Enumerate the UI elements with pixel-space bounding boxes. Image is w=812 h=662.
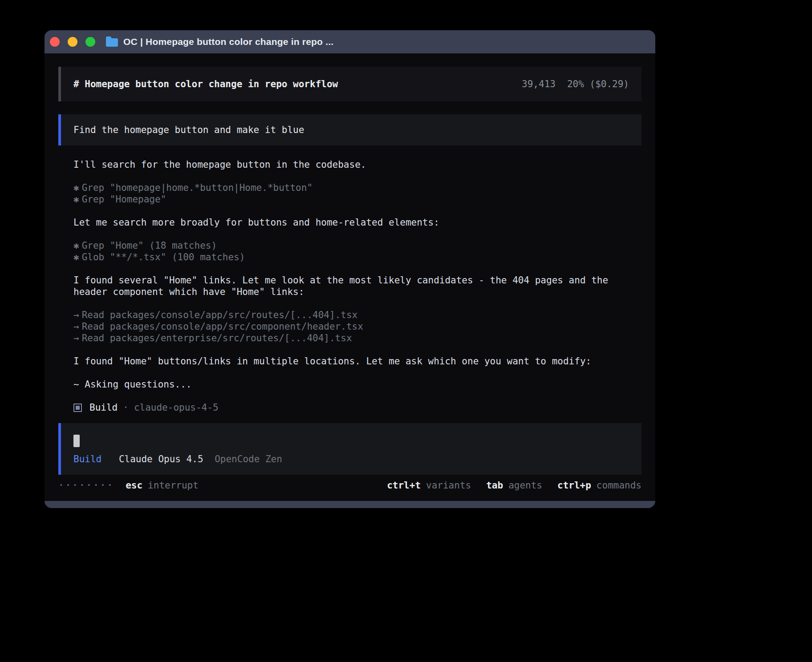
agent-model: claude-opus-4-5 — [134, 402, 219, 413]
model-name: Claude Opus 4.5 — [119, 454, 203, 464]
tool-call-text: Grep "Home" (18 matches) — [82, 240, 217, 251]
shortcut-hint-agents: tabagents — [486, 480, 542, 491]
session-header: # Homepage button color change in repo w… — [58, 67, 641, 101]
tool-call-line: ✱Grep "homepage|home.*button|Home.*butto… — [73, 182, 641, 194]
assistant-text-block: I found several "Home" links. Let me loo… — [58, 274, 641, 298]
status-bar-left: ········ esc interrupt — [58, 480, 199, 491]
tool-call-line: →Read packages/console/app/src/component… — [73, 321, 641, 332]
shortcut-key: ctrl+p — [557, 480, 591, 491]
read-arrow-icon: → — [73, 321, 79, 332]
shortcut-key: tab — [486, 480, 503, 491]
zoom-button[interactable] — [85, 37, 95, 47]
window-controls — [50, 37, 95, 47]
mode-badge[interactable]: Build — [73, 454, 102, 464]
tool-call-text: Read packages/console/app/src/component/… — [82, 321, 363, 332]
tool-asterisk-icon: ✱ — [73, 240, 79, 251]
esc-key-label: interrupt — [148, 480, 199, 491]
terminal-body: # Homepage button color change in repo w… — [45, 53, 655, 501]
shortcut-hints: ctrl+tvariantstabagentsctrl+pcommands — [387, 480, 641, 491]
shortcut-label: commands — [597, 480, 641, 491]
transcript: I'll search for the homepage button in t… — [58, 159, 641, 390]
terminal-window: OC | Homepage button color change in rep… — [45, 30, 655, 508]
tool-call-text: Grep "homepage|home.*button|Home.*button… — [82, 182, 313, 193]
tool-call-group: ✱Grep "Home" (18 matches)✱Glob "**/*.tsx… — [58, 240, 641, 263]
esc-key-hint: esc — [126, 480, 142, 491]
token-count: 39,413 — [522, 78, 556, 90]
status-bar: ········ esc interrupt ctrl+tvariantstab… — [45, 480, 655, 501]
shortcut-hint-commands: ctrl+pcommands — [557, 480, 641, 491]
tool-call-text: Glob "**/*.tsx" (100 matches) — [82, 252, 245, 262]
user-message-text: Find the homepage button and make it blu… — [73, 124, 304, 136]
assistant-text-block: ~ Asking questions... — [58, 379, 641, 390]
tool-call-text: Read packages/enterprise/src/routes/[...… — [82, 333, 352, 343]
tool-call-line: →Read packages/console/app/src/routes/[.… — [73, 309, 641, 321]
agent-status-line: Build · claude-opus-4-5 — [58, 402, 641, 413]
tool-call-line: ✱Glob "**/*.tsx" (100 matches) — [73, 251, 641, 263]
tool-call-group: →Read packages/console/app/src/routes/[.… — [58, 309, 641, 344]
assistant-text-line: I found several "Home" links. Let me loo… — [73, 274, 641, 286]
prompt-input[interactable]: Build Claude Opus 4.5 OpenCode Zen — [58, 423, 641, 475]
activity-dots: ········ — [58, 480, 114, 491]
assistant-text-line: Let me search more broadly for buttons a… — [73, 217, 641, 228]
assistant-text-line: ~ Asking questions... — [73, 379, 641, 390]
assistant-text-block: I found "Home" buttons/links in multiple… — [58, 355, 641, 367]
minimize-button[interactable] — [68, 37, 77, 47]
shortcut-hint-variants: ctrl+tvariants — [387, 480, 471, 491]
shortcut-label: variants — [426, 480, 471, 491]
agent-separator: · — [123, 402, 129, 413]
agent-build-icon — [73, 404, 82, 412]
context-cost: 20% ($0.29) — [567, 78, 629, 90]
window-title: OC | Homepage button color change in rep… — [123, 36, 333, 47]
read-arrow-icon: → — [73, 309, 79, 321]
assistant-text-line: I found "Home" buttons/links in multiple… — [73, 355, 641, 367]
tool-asterisk-icon: ✱ — [73, 194, 79, 205]
read-arrow-icon: → — [73, 332, 79, 344]
tool-call-line: ✱Grep "Homepage" — [73, 194, 641, 205]
folder-icon — [106, 38, 118, 47]
provider-name: OpenCode Zen — [215, 454, 282, 464]
assistant-text-line: header component which have "Home" links… — [73, 286, 641, 298]
text-cursor — [73, 435, 80, 447]
session-title: # Homepage button color change in repo w… — [73, 78, 338, 90]
tool-call-line: →Read packages/enterprise/src/routes/[..… — [73, 332, 641, 344]
assistant-text-line: I'll search for the homepage button in t… — [73, 159, 641, 170]
tool-asterisk-icon: ✱ — [73, 182, 79, 194]
shortcut-key: ctrl+t — [387, 480, 421, 491]
shortcut-label: agents — [508, 480, 542, 491]
agent-name: Build — [89, 402, 118, 413]
tool-asterisk-icon: ✱ — [73, 251, 79, 263]
input-meta: Build Claude Opus 4.5 OpenCode Zen — [73, 453, 629, 465]
session-meta: 39,413 20% ($0.29) — [522, 78, 629, 90]
tool-call-text: Grep "Homepage" — [82, 194, 166, 205]
tool-call-group: ✱Grep "homepage|home.*button|Home.*butto… — [58, 182, 641, 205]
user-message: Find the homepage button and make it blu… — [58, 114, 641, 145]
desktop-background: OC | Homepage button color change in rep… — [0, 0, 812, 662]
session-content: # Homepage button color change in repo w… — [45, 53, 655, 480]
titlebar[interactable]: OC | Homepage button color change in rep… — [45, 30, 655, 53]
tool-call-text: Read packages/console/app/src/routes/[..… — [82, 310, 358, 320]
assistant-text-block: I'll search for the homepage button in t… — [58, 159, 641, 170]
tool-call-line: ✱Grep "Home" (18 matches) — [73, 240, 641, 251]
assistant-text-block: Let me search more broadly for buttons a… — [58, 217, 641, 228]
close-button[interactable] — [50, 37, 60, 47]
